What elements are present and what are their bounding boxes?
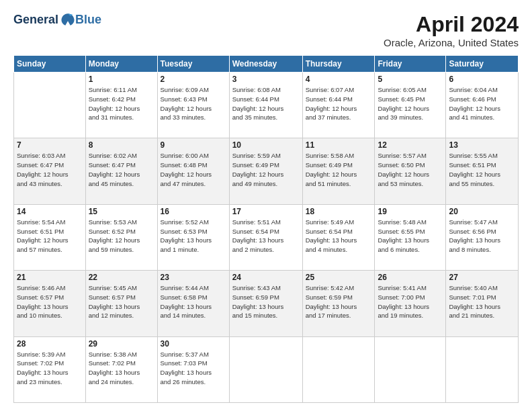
day-number: 29: [89, 339, 154, 349]
day-number: 22: [89, 273, 154, 282]
day-number: 30: [161, 339, 226, 349]
calendar-cell: 20Sunrise: 5:47 AMSunset: 6:56 PMDayligh…: [446, 204, 519, 270]
main-title: April 2024: [384, 12, 519, 37]
day-info: Sunrise: 5:58 AMSunset: 6:49 PMDaylight:…: [306, 151, 372, 188]
calendar-cell: [446, 336, 519, 402]
day-number: 4: [306, 75, 372, 84]
calendar-cell: 14Sunrise: 5:54 AMSunset: 6:51 PMDayligh…: [14, 204, 86, 270]
calendar-cell: 11Sunrise: 5:58 AMSunset: 6:49 PMDayligh…: [302, 138, 375, 204]
day-info: Sunrise: 5:57 AMSunset: 6:50 PMDaylight:…: [378, 151, 443, 188]
day-info: Sunrise: 5:52 AMSunset: 6:53 PMDaylight:…: [161, 218, 226, 255]
calendar-cell: 23Sunrise: 5:44 AMSunset: 6:58 PMDayligh…: [157, 271, 229, 336]
calendar-cell: 10Sunrise: 5:59 AMSunset: 6:49 PMDayligh…: [229, 138, 302, 204]
logo-icon: [60, 12, 75, 27]
day-info: Sunrise: 5:53 AMSunset: 6:52 PMDaylight:…: [89, 218, 154, 255]
title-block: April 2024 Oracle, Arizona, United State…: [384, 12, 519, 48]
day-info: Sunrise: 5:45 AMSunset: 6:57 PMDaylight:…: [89, 283, 154, 320]
col-header-thursday: Thursday: [302, 56, 375, 73]
subtitle: Oracle, Arizona, United States: [384, 37, 519, 48]
day-info: Sunrise: 6:03 AMSunset: 6:47 PMDaylight:…: [17, 151, 83, 188]
day-number: 12: [378, 140, 443, 150]
day-number: 21: [17, 273, 83, 282]
day-info: Sunrise: 5:37 AMSunset: 7:03 PMDaylight:…: [161, 350, 226, 387]
day-info: Sunrise: 5:44 AMSunset: 6:58 PMDaylight:…: [161, 283, 226, 320]
calendar-cell: 27Sunrise: 5:40 AMSunset: 7:01 PMDayligh…: [446, 271, 519, 336]
logo: General Blue: [13, 12, 101, 27]
day-info: Sunrise: 6:05 AMSunset: 6:45 PMDaylight:…: [378, 85, 443, 122]
day-number: 11: [306, 140, 372, 150]
day-number: 8: [89, 140, 154, 150]
calendar-row-4: 28Sunrise: 5:39 AMSunset: 7:02 PMDayligh…: [14, 336, 519, 402]
calendar-cell: [14, 73, 86, 138]
calendar-cell: 29Sunrise: 5:38 AMSunset: 7:02 PMDayligh…: [85, 336, 157, 402]
col-header-friday: Friday: [375, 56, 446, 73]
day-number: 25: [306, 273, 372, 282]
day-number: 26: [378, 273, 443, 282]
day-info: Sunrise: 5:39 AMSunset: 7:02 PMDaylight:…: [17, 350, 83, 387]
day-number: 9: [161, 140, 226, 150]
day-info: Sunrise: 6:11 AMSunset: 6:42 PMDaylight:…: [89, 85, 154, 122]
day-number: 2: [161, 75, 226, 84]
logo-blue-text: Blue: [75, 13, 101, 26]
calendar-cell: [302, 336, 375, 402]
day-info: Sunrise: 5:38 AMSunset: 7:02 PMDaylight:…: [89, 350, 154, 387]
day-number: 13: [449, 140, 515, 150]
calendar-table: SundayMondayTuesdayWednesdayThursdayFrid…: [13, 55, 519, 403]
day-info: Sunrise: 6:02 AMSunset: 6:47 PMDaylight:…: [89, 151, 154, 188]
day-info: Sunrise: 5:54 AMSunset: 6:51 PMDaylight:…: [17, 218, 83, 255]
day-info: Sunrise: 5:59 AMSunset: 6:49 PMDaylight:…: [232, 151, 300, 188]
calendar-cell: [229, 336, 302, 402]
calendar-cell: 13Sunrise: 5:55 AMSunset: 6:51 PMDayligh…: [446, 138, 519, 204]
calendar-cell: 4Sunrise: 6:07 AMSunset: 6:44 PMDaylight…: [302, 73, 375, 138]
day-info: Sunrise: 6:09 AMSunset: 6:43 PMDaylight:…: [161, 85, 226, 122]
day-number: 24: [232, 273, 300, 282]
calendar-cell: 19Sunrise: 5:48 AMSunset: 6:55 PMDayligh…: [375, 204, 446, 270]
day-number: 19: [378, 207, 443, 216]
day-number: 15: [89, 207, 154, 216]
calendar-cell: 30Sunrise: 5:37 AMSunset: 7:03 PMDayligh…: [157, 336, 229, 402]
day-info: Sunrise: 5:41 AMSunset: 7:00 PMDaylight:…: [378, 283, 443, 320]
day-number: 28: [17, 339, 83, 349]
day-info: Sunrise: 6:00 AMSunset: 6:48 PMDaylight:…: [161, 151, 226, 188]
calendar-cell: 25Sunrise: 5:42 AMSunset: 6:59 PMDayligh…: [302, 271, 375, 336]
calendar-cell: 18Sunrise: 5:49 AMSunset: 6:54 PMDayligh…: [302, 204, 375, 270]
col-header-wednesday: Wednesday: [229, 56, 302, 73]
day-info: Sunrise: 5:47 AMSunset: 6:56 PMDaylight:…: [449, 218, 515, 255]
calendar-cell: 3Sunrise: 6:08 AMSunset: 6:44 PMDaylight…: [229, 73, 302, 138]
calendar-cell: 12Sunrise: 5:57 AMSunset: 6:50 PMDayligh…: [375, 138, 446, 204]
day-number: 1: [89, 75, 154, 84]
day-number: 6: [449, 75, 515, 84]
day-info: Sunrise: 6:07 AMSunset: 6:44 PMDaylight:…: [306, 85, 372, 122]
calendar-cell: 8Sunrise: 6:02 AMSunset: 6:47 PMDaylight…: [85, 138, 157, 204]
day-number: 17: [232, 207, 300, 216]
day-number: 10: [232, 140, 300, 150]
day-number: 5: [378, 75, 443, 84]
calendar-cell: 15Sunrise: 5:53 AMSunset: 6:52 PMDayligh…: [85, 204, 157, 270]
day-number: 20: [449, 207, 515, 216]
day-number: 14: [17, 207, 83, 216]
col-header-monday: Monday: [85, 56, 157, 73]
calendar-cell: [375, 336, 446, 402]
calendar-cell: 28Sunrise: 5:39 AMSunset: 7:02 PMDayligh…: [14, 336, 86, 402]
day-number: 16: [161, 207, 226, 216]
day-info: Sunrise: 5:43 AMSunset: 6:59 PMDaylight:…: [232, 283, 300, 320]
calendar-header-row: SundayMondayTuesdayWednesdayThursdayFrid…: [14, 56, 519, 73]
day-info: Sunrise: 5:48 AMSunset: 6:55 PMDaylight:…: [378, 218, 443, 255]
day-info: Sunrise: 5:40 AMSunset: 7:01 PMDaylight:…: [449, 283, 515, 320]
calendar-cell: 2Sunrise: 6:09 AMSunset: 6:43 PMDaylight…: [157, 73, 229, 138]
col-header-saturday: Saturday: [446, 56, 519, 73]
logo-general-text: General: [13, 13, 58, 26]
calendar-cell: 5Sunrise: 6:05 AMSunset: 6:45 PMDaylight…: [375, 73, 446, 138]
day-number: 18: [306, 207, 372, 216]
day-number: 23: [161, 273, 226, 282]
calendar-cell: 6Sunrise: 6:04 AMSunset: 6:46 PMDaylight…: [446, 73, 519, 138]
calendar-row-0: 1Sunrise: 6:11 AMSunset: 6:42 PMDaylight…: [14, 73, 519, 138]
day-info: Sunrise: 6:08 AMSunset: 6:44 PMDaylight:…: [232, 85, 300, 122]
calendar-cell: 21Sunrise: 5:46 AMSunset: 6:57 PMDayligh…: [14, 271, 86, 336]
day-info: Sunrise: 6:04 AMSunset: 6:46 PMDaylight:…: [449, 85, 515, 122]
calendar-cell: 26Sunrise: 5:41 AMSunset: 7:00 PMDayligh…: [375, 271, 446, 336]
day-number: 3: [232, 75, 300, 84]
calendar-cell: 16Sunrise: 5:52 AMSunset: 6:53 PMDayligh…: [157, 204, 229, 270]
calendar-cell: 1Sunrise: 6:11 AMSunset: 6:42 PMDaylight…: [85, 73, 157, 138]
col-header-tuesday: Tuesday: [157, 56, 229, 73]
